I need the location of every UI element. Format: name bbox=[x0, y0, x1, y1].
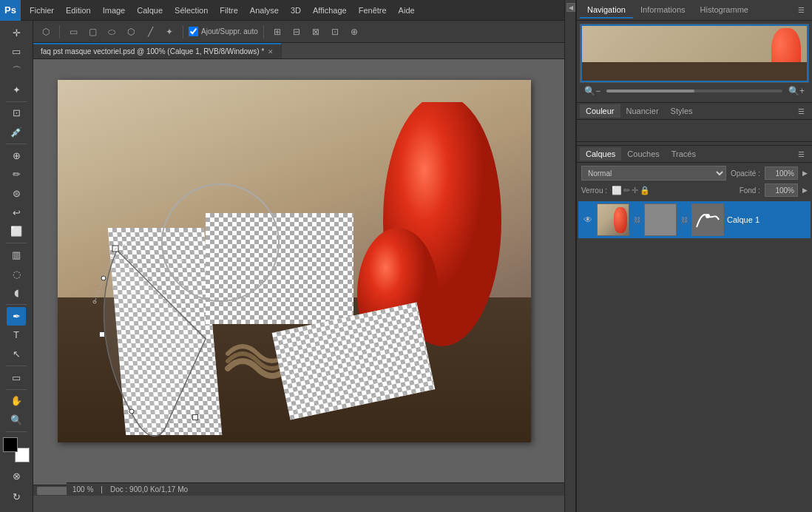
history-brush-tool[interactable]: ↩ bbox=[7, 203, 26, 222]
lock-fill-row: Verrou : ⬜ ✏ ✛ 🔒 Fond : ▶ bbox=[581, 183, 808, 197]
collapse-button[interactable]: ◀ bbox=[566, 3, 575, 12]
layer-visibility-toggle[interactable]: 👁 bbox=[582, 214, 594, 226]
nav-thumbnail bbox=[580, 24, 809, 83]
hand-tool[interactable]: ✋ bbox=[7, 392, 26, 411]
menu-image[interactable]: Image bbox=[97, 4, 132, 17]
color-panel-menu[interactable]: ☰ bbox=[793, 103, 809, 119]
custom-shape-option[interactable]: ✦ bbox=[161, 24, 177, 40]
menu-fenetre[interactable]: Fenêtre bbox=[353, 4, 393, 17]
tab-informations[interactable]: Informations bbox=[633, 2, 693, 18]
zoom-slider-thumb[interactable] bbox=[606, 90, 694, 92]
path-combine-5[interactable]: ⊕ bbox=[346, 24, 362, 40]
round-rect-shape-option[interactable]: ▢ bbox=[84, 24, 101, 40]
magic-wand-tool[interactable]: ✦ bbox=[7, 81, 26, 99]
canvas-rotation[interactable]: ↻ bbox=[7, 487, 26, 506]
opacity-arrow[interactable]: ▶ bbox=[802, 169, 808, 177]
add-remove-checkbox[interactable] bbox=[189, 27, 198, 36]
svg-point-37 bbox=[129, 409, 134, 414]
marquee-tool[interactable]: ▭ bbox=[7, 43, 26, 61]
fill-input[interactable] bbox=[765, 183, 798, 197]
line-shape-option[interactable]: ╱ bbox=[142, 24, 158, 40]
nav-viewport-indicator[interactable] bbox=[581, 24, 808, 82]
zoom-slider-track[interactable] bbox=[606, 90, 782, 92]
text-tool[interactable]: T bbox=[7, 326, 26, 345]
lock-position-icon[interactable]: ✏ bbox=[623, 186, 630, 195]
app-icon: Ps bbox=[0, 0, 21, 21]
tab-couches[interactable]: Couches bbox=[621, 147, 665, 161]
layer-link-icon-2[interactable]: ⛓ bbox=[680, 215, 688, 224]
tool-sep-5 bbox=[6, 366, 27, 366]
lock-move-icon[interactable]: ✛ bbox=[632, 186, 638, 195]
options-sep-3 bbox=[263, 25, 264, 38]
pen-tool[interactable]: ✒ bbox=[7, 307, 26, 326]
path-combine-4[interactable]: ⊡ bbox=[327, 24, 343, 40]
menu-3d[interactable]: 3D bbox=[285, 4, 307, 17]
canvas-background: + bbox=[47, 73, 564, 479]
layer-name-label: Calque 1 bbox=[727, 215, 807, 224]
menu-fichier[interactable]: Fichier bbox=[24, 4, 60, 17]
path-selection-tool[interactable]: ↖ bbox=[7, 345, 26, 363]
blend-mode-select[interactable]: Normal bbox=[581, 166, 726, 181]
layer-mask-preview bbox=[645, 204, 676, 235]
svg-point-44 bbox=[706, 214, 710, 218]
gradient-tool[interactable]: ▥ bbox=[7, 246, 26, 264]
tab-histogramme[interactable]: Histogramme bbox=[693, 2, 756, 18]
layers-panel-menu[interactable]: ☰ bbox=[793, 146, 809, 162]
eraser-tool[interactable]: ⬜ bbox=[7, 222, 26, 240]
options-sep-1 bbox=[59, 25, 60, 38]
menu-filtre[interactable]: Filtre bbox=[214, 4, 243, 17]
color-swatches[interactable] bbox=[3, 437, 30, 462]
menu-aide[interactable]: Aide bbox=[393, 4, 421, 17]
crop-tool[interactable]: ⊡ bbox=[7, 104, 26, 123]
menu-calque[interactable]: Calque bbox=[131, 4, 169, 17]
healing-tool[interactable]: ⊕ bbox=[7, 146, 26, 165]
polygon-shape-option[interactable]: ⬡ bbox=[123, 24, 139, 40]
layer-item-calque1[interactable]: 👁 ⛓ ⛓ bbox=[578, 201, 811, 238]
menu-edition[interactable]: Edition bbox=[60, 4, 97, 17]
tab-calques[interactable]: Calques bbox=[580, 147, 621, 161]
lock-icons-group: ⬜ ✏ ✛ 🔒 bbox=[612, 186, 650, 195]
lock-all-icon[interactable]: 🔒 bbox=[640, 186, 650, 195]
tab-bar: faq pst masque vectoriel.psd @ 100% (Cal… bbox=[33, 43, 577, 59]
tab-navigation[interactable]: Navigation bbox=[580, 2, 633, 18]
zoom-tool[interactable]: 🔍 bbox=[7, 411, 26, 429]
3d-rotate-view[interactable]: ⊗ bbox=[7, 466, 26, 485]
zoom-in-button[interactable]: 🔍+ bbox=[788, 86, 805, 96]
path-combine-1[interactable]: ⊞ bbox=[269, 24, 285, 40]
path-anchor-2 bbox=[192, 414, 198, 420]
ellipse-shape-option[interactable]: ⬭ bbox=[104, 24, 120, 40]
layer-link-icon[interactable]: ⛓ bbox=[632, 215, 641, 224]
tab-couleur[interactable]: Couleur bbox=[580, 104, 620, 118]
dodge-tool[interactable]: ◖ bbox=[7, 283, 26, 302]
eyedropper-tool[interactable]: 💉 bbox=[7, 123, 26, 141]
path-combine-2[interactable]: ⊟ bbox=[288, 24, 305, 40]
document-tab[interactable]: faq pst masque vectoriel.psd @ 100% (Cal… bbox=[33, 43, 282, 58]
tool-sep-3 bbox=[6, 243, 27, 243]
rect-shape-option[interactable]: ▭ bbox=[65, 24, 81, 40]
lasso-tool[interactable]: ⌒ bbox=[7, 61, 26, 80]
opacity-label: Opacité : bbox=[731, 169, 760, 178]
tool-sep-1 bbox=[6, 101, 27, 102]
menu-analyse[interactable]: Analyse bbox=[244, 4, 285, 17]
panel-tabs-layers: Calques Couches Tracés ☰ bbox=[577, 145, 812, 163]
foreground-color-swatch[interactable] bbox=[3, 437, 18, 452]
status-separator: | bbox=[101, 485, 103, 494]
add-remove-label: Ajout/Suppr. auto bbox=[201, 27, 258, 36]
brush-tool[interactable]: ✏ bbox=[7, 166, 26, 184]
zoom-out-button[interactable]: 🔍− bbox=[584, 86, 600, 96]
opacity-input[interactable] bbox=[765, 166, 798, 180]
tab-styles[interactable]: Styles bbox=[665, 104, 699, 118]
menu-affichage[interactable]: Affichage bbox=[307, 4, 353, 17]
menu-selection[interactable]: Sélection bbox=[169, 4, 214, 17]
path-combine-3[interactable]: ⊠ bbox=[308, 24, 324, 40]
lock-pixels-icon[interactable]: ⬜ bbox=[612, 186, 622, 195]
tab-nuancier[interactable]: Nuancier bbox=[620, 104, 665, 118]
blur-tool[interactable]: ◌ bbox=[7, 265, 26, 283]
clone-tool[interactable]: ⊜ bbox=[7, 184, 26, 203]
tab-close-button[interactable]: ✕ bbox=[268, 48, 274, 55]
panel-menu-button[interactable]: ☰ bbox=[793, 2, 809, 18]
fill-arrow[interactable]: ▶ bbox=[802, 186, 808, 194]
tab-traces[interactable]: Tracés bbox=[666, 147, 702, 161]
move-tool[interactable]: ✛ bbox=[7, 24, 26, 42]
shape-tool[interactable]: ▭ bbox=[7, 368, 26, 387]
